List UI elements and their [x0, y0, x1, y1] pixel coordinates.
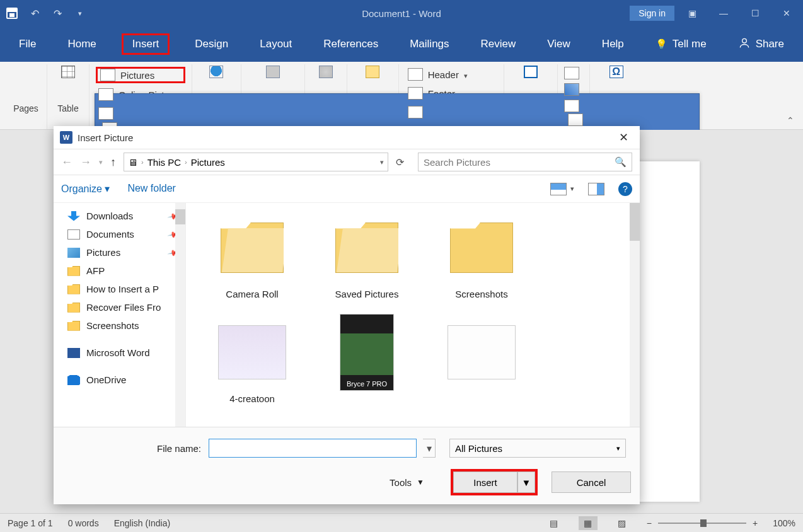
preview-pane-icon[interactable] [588, 183, 604, 195]
grid-item-options[interactable] [434, 318, 529, 405]
file-name-input[interactable] [209, 439, 417, 458]
minimize-icon[interactable]: — [710, 4, 737, 22]
sidebar-label: Documents [86, 229, 134, 240]
table-button[interactable] [54, 66, 83, 102]
breadcrumb[interactable]: 🖥 › This PC › Pictures ▾ [124, 153, 388, 171]
close-icon[interactable]: ✕ [773, 4, 800, 22]
status-words[interactable]: 0 words [68, 518, 99, 528]
word-small-icon: W [60, 131, 72, 144]
sidebar-item-howto[interactable]: How to Insert a P [54, 280, 185, 298]
sidebar-item-msword[interactable]: Microsoft Word [54, 344, 185, 362]
insert-button[interactable]: Insert [453, 471, 517, 493]
pages-button[interactable] [11, 66, 40, 102]
read-mode-icon[interactable]: ▤ [545, 516, 563, 530]
tab-design[interactable]: Design [188, 32, 234, 57]
grid-label: Saved Pictures [335, 289, 399, 300]
cancel-button[interactable]: Cancel [552, 471, 631, 493]
nav-recent-dropdown-icon[interactable]: ▾ [99, 158, 103, 166]
grid-scrollthumb[interactable] [630, 203, 640, 241]
nav-up-icon[interactable]: ↑ [110, 156, 116, 169]
grid-item-screenshots[interactable]: Screenshots [434, 213, 529, 300]
web-layout-icon[interactable]: ▨ [613, 516, 632, 530]
tools-dropdown[interactable]: Tools▼ [390, 477, 424, 488]
sidebar-item-recover[interactable]: Recover Files Fro [54, 298, 185, 316]
sidebar-item-documents[interactable]: Documents📌 [54, 225, 185, 243]
collapse-ribbon-icon[interactable]: ⌃ [787, 115, 794, 125]
status-page[interactable]: Page 1 of 1 [8, 518, 53, 528]
sidebar-item-screenshots[interactable]: Screenshots [54, 316, 185, 335]
grid-label: Screenshots [455, 289, 507, 300]
tab-home[interactable]: Home [61, 32, 102, 57]
zoom-track[interactable] [658, 523, 746, 524]
help-icon[interactable]: ? [618, 182, 632, 196]
sidebar-item-onedrive[interactable]: OneDrive [54, 371, 185, 389]
insert-split-dropdown-icon[interactable]: ▼ [517, 471, 535, 493]
tab-view[interactable]: View [541, 32, 577, 57]
grid-item-finance[interactable] [205, 422, 299, 427]
tab-review[interactable]: Review [475, 32, 523, 57]
view-mode-dropdown-icon[interactable]: ▾ [570, 185, 574, 193]
onedrive-icon [67, 375, 80, 385]
wordart-icon[interactable] [564, 83, 579, 96]
dialog-titlebar: W Insert Picture ✕ [54, 126, 640, 149]
maximize-icon[interactable]: ☐ [741, 4, 769, 22]
save-icon[interactable] [4, 5, 20, 21]
zoom-in-icon[interactable]: + [753, 518, 758, 528]
zoom-thumb[interactable] [700, 519, 707, 527]
search-input[interactable]: Search Pictures 🔍 [418, 153, 632, 171]
grid-item-company360[interactable]: COMPANY360.IN [320, 422, 414, 427]
file-name-dropdown-icon[interactable]: ▾ [423, 439, 436, 458]
tab-references[interactable]: References [317, 32, 384, 57]
ribbon: Pages Table Pictures Online Pictures Sha… [0, 62, 803, 130]
grid-item-creatoon[interactable]: 4-creatoon [205, 318, 299, 405]
refresh-icon[interactable]: ⟳ [396, 156, 404, 168]
sidebar-scrollbar[interactable] [175, 203, 185, 427]
breadcrumb-dropdown-icon[interactable]: ▾ [380, 158, 384, 166]
sidebar-item-afp[interactable]: AFP [54, 262, 185, 280]
drop-cap-icon[interactable] [564, 100, 579, 112]
zoom-percent[interactable]: 100% [773, 518, 795, 528]
new-folder-button[interactable]: New folder [127, 183, 175, 195]
sidebar-item-pictures[interactable]: Pictures📌 [54, 243, 185, 262]
undo-icon[interactable]: ↶ [26, 5, 43, 21]
zoom-slider[interactable]: − + [647, 518, 758, 528]
signin-button[interactable]: Sign in [630, 6, 674, 21]
grid-item-saved-pictures[interactable]: Saved Pictures [320, 213, 414, 300]
breadcrumb-l1[interactable]: This PC [147, 157, 181, 168]
sidebar-label: AFP [86, 265, 105, 276]
header-button[interactable]: Header [405, 67, 498, 82]
tab-layout[interactable]: Layout [253, 32, 298, 57]
tab-insert[interactable]: Insert [122, 33, 170, 55]
view-mode-icon[interactable] [550, 183, 567, 195]
status-bar: Page 1 of 1 0 words English (India) ▤ ▦ … [0, 513, 803, 532]
nav-back-icon[interactable]: ← [61, 156, 72, 169]
breadcrumb-l2[interactable]: Pictures [191, 157, 225, 168]
pictures-button[interactable]: Pictures [96, 67, 185, 83]
grid-scrollbar[interactable] [630, 203, 640, 427]
tab-tellme[interactable]: Tell me [649, 32, 713, 57]
grid-item-camera-roll[interactable]: Camera Roll [205, 213, 299, 300]
status-language[interactable]: English (India) [114, 518, 171, 528]
sidebar-scrollthumb[interactable] [175, 209, 185, 224]
redo-icon[interactable]: ↷ [49, 5, 66, 21]
sidebar-item-downloads[interactable]: Downloads📌 [54, 207, 185, 225]
tab-mailings[interactable]: Mailings [403, 32, 455, 57]
dialog-close-icon[interactable]: ✕ [614, 128, 633, 147]
online-pictures-icon [98, 88, 113, 101]
signature-line-icon[interactable] [568, 113, 583, 126]
quick-parts-icon[interactable] [564, 67, 579, 79]
share-button[interactable]: Share [738, 37, 784, 52]
print-layout-icon[interactable]: ▦ [579, 516, 598, 530]
grid-item-bryce[interactable]: Bryce 7 PRO [320, 318, 414, 405]
tab-file[interactable]: File [13, 32, 42, 57]
file-type-dropdown[interactable]: All Pictures ▾ [449, 439, 626, 458]
ribbon-display-options-icon[interactable]: ▣ [678, 4, 706, 22]
zoom-out-icon[interactable]: − [647, 518, 652, 528]
nav-forward-icon[interactable]: → [80, 156, 91, 169]
organize-button[interactable]: Organize ▾ [61, 183, 110, 195]
shapes-icon [98, 107, 113, 120]
grid-label: Camera Roll [226, 289, 278, 300]
qat-dropdown-icon[interactable]: ▾ [72, 5, 88, 21]
tab-help[interactable]: Help [596, 32, 630, 57]
file-type-label: All Pictures [455, 443, 502, 454]
